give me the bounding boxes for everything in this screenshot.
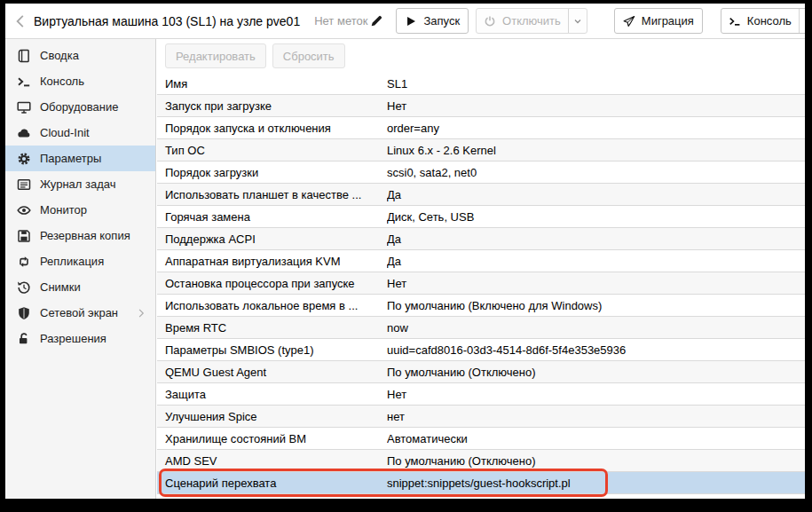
table-row[interactable]: AMD SEVПо умолчанию (Отключено)	[157, 450, 805, 472]
unlock-icon	[17, 332, 31, 346]
sidebar-item-firewall[interactable]: Сетевой экран	[5, 300, 155, 326]
table-row[interactable]: Параметры SMBIOS (type1)uuid=cafd8016-03…	[157, 339, 805, 361]
tasklist-icon	[17, 177, 31, 192]
option-name: Остановка процессора при запуске	[157, 277, 387, 290]
table-row[interactable]: Порядок загрузкиscsi0, sata2, net0	[157, 161, 805, 184]
history-icon	[17, 280, 31, 295]
table-row[interactable]: Запуск при загрузкеНет	[157, 95, 805, 117]
gear-icon	[17, 152, 31, 166]
sidebar-item-label: Разрешения	[40, 332, 106, 345]
sidebar-item-label: Сетевой экран	[40, 306, 118, 319]
play-icon	[405, 15, 417, 28]
table-row[interactable]: Использовать планшет в качестве ...Да	[157, 184, 805, 206]
option-name: Горячая замена	[157, 210, 387, 224]
option-value: По умолчанию (Включено для Windows)	[387, 299, 805, 312]
option-value: order=any	[387, 122, 805, 135]
table-row[interactable]: Хранилище состояний ВМАвтоматически	[157, 428, 805, 450]
sidebar-item-replication[interactable]: Репликация	[5, 248, 155, 274]
cloud-icon	[17, 126, 31, 140]
option-value: По умолчанию (Отключено)	[387, 366, 805, 379]
chevron-left-icon[interactable]	[12, 13, 28, 29]
sidebar-item-monitor[interactable]: Монитор	[5, 197, 155, 223]
reset-button[interactable]: Сбросить	[272, 43, 345, 68]
option-name: Хранилище состояний ВМ	[157, 432, 387, 445]
sidebar-item-options[interactable]: Параметры	[5, 146, 155, 171]
table-row[interactable]: Улучшения Spiceнет	[157, 406, 805, 428]
table-row[interactable]: Остановка процессора при запускеНет	[157, 272, 805, 295]
option-name: Использовать локальное время в ...	[157, 299, 387, 312]
sidebar-item-backup[interactable]: Резервная копия	[5, 223, 155, 248]
chevron-right-icon	[136, 308, 146, 319]
sidebar-item-permissions[interactable]: Разрешения	[5, 326, 155, 351]
sidebar-item-summary[interactable]: Сводка	[5, 43, 155, 68]
sidebar-item-label: Монитор	[40, 203, 87, 217]
option-name: Сценарий перехвата	[157, 477, 387, 490]
table-row[interactable]: Горячая заменаДиск, Сеть, USB	[157, 206, 805, 228]
shutdown-dropdown-caret[interactable]	[568, 9, 587, 33]
table-row[interactable]: Время RTCnow	[157, 317, 805, 339]
pencil-icon[interactable]	[370, 14, 383, 28]
option-value: Да	[387, 188, 805, 201]
option-name: Улучшения Spice	[157, 410, 387, 423]
table-row[interactable]: ЗащитаНет	[157, 383, 805, 406]
option-name: Время RTC	[157, 321, 387, 335]
sidebar-item-label: Консоль	[40, 75, 84, 88]
options-toolbar: Редактировать Сбросить	[157, 39, 805, 74]
option-name: Поддержка ACPI	[157, 232, 387, 246]
sidebar-item-label: Журнал задач	[40, 177, 116, 191]
option-value: snippet:snippets/guest-hookscript.pl	[387, 477, 805, 490]
option-value: now	[387, 321, 805, 335]
option-name: Порядок запуска и отключения	[157, 122, 387, 135]
sidebar-item-label: Параметры	[40, 152, 101, 165]
option-value: Автоматически	[387, 432, 805, 445]
terminal-icon	[729, 15, 741, 28]
option-name: Использовать планшет в качестве ...	[157, 188, 387, 201]
paper-plane-icon	[623, 15, 635, 28]
options-table: ИмяSL1Запуск при загрузкеНетПорядок запу…	[157, 73, 805, 494]
migrate-button[interactable]: Миграция	[614, 8, 703, 34]
option-value: Да	[387, 255, 805, 268]
proxmox-window: Виртуальная машина 103 (SL1) на узле pve…	[5, 4, 805, 499]
option-name: Запуск при загрузке	[157, 99, 387, 113]
edit-button[interactable]: Редактировать	[165, 43, 266, 68]
option-value: Нет	[387, 99, 805, 113]
sidebar-item-task-history[interactable]: Журнал задач	[5, 171, 155, 197]
desktop-icon	[17, 100, 31, 114]
table-row[interactable]: Порядок запуска и отключенияorder=any	[157, 117, 805, 139]
table-row[interactable]: Использовать локальное время в ...По умо…	[157, 295, 805, 317]
option-name: Параметры SMBIOS (type1)	[157, 343, 387, 357]
option-value: Linux 6.x - 2.6 Kernel	[387, 144, 805, 157]
option-name: QEMU Guest Agent	[157, 366, 387, 379]
tags-label: Нет меток	[314, 14, 367, 28]
options-panel: Редактировать Сбросить ИмяSL1Запуск при …	[157, 39, 805, 499]
shutdown-button[interactable]: Отключить	[476, 8, 587, 34]
option-value: По умолчанию (Отключено)	[387, 454, 805, 468]
replication-icon	[17, 255, 31, 269]
shield-icon	[17, 306, 31, 320]
sidebar-item-snapshots[interactable]: Снимки	[5, 274, 155, 300]
sidebar-item-label: Оборудование	[40, 100, 118, 114]
option-value: нет	[387, 410, 805, 423]
table-row[interactable]: ИмяSL1	[157, 73, 805, 95]
sidebar-item-hardware[interactable]: Оборудование	[5, 94, 155, 120]
console-dropdown-caret[interactable]	[799, 9, 805, 33]
table-row[interactable]: Поддержка ACPIДа	[157, 228, 805, 250]
option-name: Порядок загрузки	[157, 166, 387, 179]
floppy-icon	[17, 229, 31, 243]
book-icon	[17, 49, 31, 63]
table-row[interactable]: Тип ОСLinux 6.x - 2.6 Kernel	[157, 139, 805, 161]
sidebar-item-console[interactable]: Консоль	[5, 68, 155, 94]
option-value: SL1	[387, 77, 805, 91]
sidebar-item-label: Снимки	[40, 280, 81, 294]
sidebar: СводкаКонсольОборудованиеCloud-InitПарам…	[5, 39, 156, 499]
option-name: Тип ОС	[157, 144, 387, 157]
table-row[interactable]: Аппаратная виртуализация KVMДа	[157, 250, 805, 272]
sidebar-item-cloudinit[interactable]: Cloud-Init	[5, 120, 155, 146]
table-row[interactable]: Сценарий перехватаsnippet:snippets/guest…	[157, 472, 805, 494]
option-value: Да	[387, 232, 805, 246]
console-button[interactable]: Консоль	[721, 8, 805, 34]
table-row[interactable]: QEMU Guest AgentПо умолчанию (Отключено)	[157, 361, 805, 383]
option-name: Имя	[157, 77, 387, 91]
option-name: Защита	[157, 388, 387, 401]
start-button[interactable]: Запуск	[396, 8, 469, 34]
